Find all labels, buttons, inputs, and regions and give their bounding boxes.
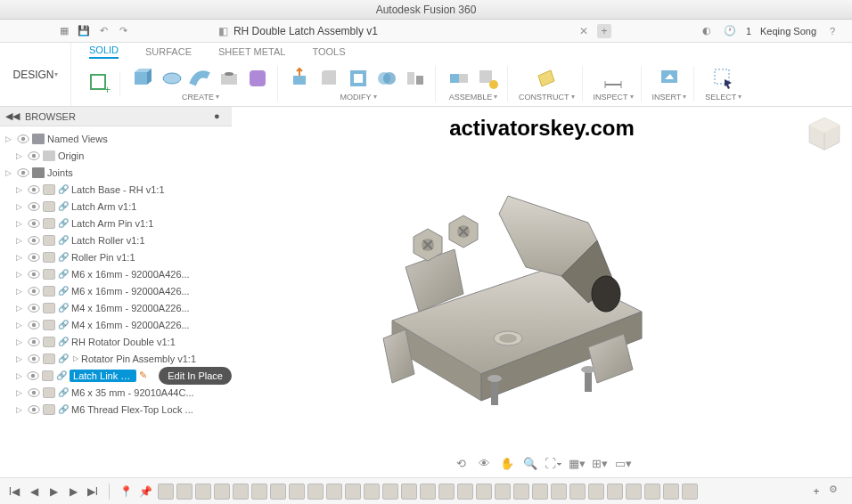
assemble-label[interactable]: ASSEMBLE▾: [449, 93, 498, 102]
look-icon[interactable]: 👁: [475, 454, 493, 472]
tree-item[interactable]: ▷🔗Latch Arm Pin v1:1: [0, 215, 232, 232]
timeline-feature[interactable]: [233, 484, 249, 500]
fillet-icon[interactable]: [317, 66, 342, 91]
tree-item[interactable]: ▷🔗RH Rotator Double v1:1: [0, 333, 232, 350]
timeline-play-icon[interactable]: ▶: [46, 484, 61, 499]
document-tab[interactable]: ◧ RH Double Latch Assembly v1 ✕ +: [130, 24, 700, 38]
visibility-icon[interactable]: [28, 269, 40, 280]
timeline-feature[interactable]: [401, 484, 417, 500]
insert-icon[interactable]: [657, 66, 682, 91]
tree-item[interactable]: ▷Origin: [0, 147, 232, 164]
tree-item[interactable]: ▷🔗M6 x 16mm - 92000A426...: [0, 282, 232, 299]
timeline-end-icon[interactable]: ▶I: [86, 484, 100, 499]
timeline-feature[interactable]: [532, 484, 548, 500]
tree-item[interactable]: ▷🔗M6 Thread Flex-Top Lock ...: [0, 401, 232, 418]
expand-icon[interactable]: ▷: [16, 321, 25, 329]
expand-icon[interactable]: ▷: [16, 371, 24, 380]
zoom-icon[interactable]: 🔍: [521, 454, 539, 472]
viewcube[interactable]: [806, 114, 843, 151]
pan-icon[interactable]: ✋: [498, 454, 516, 472]
timeline-feature[interactable]: [251, 484, 267, 500]
tree-item[interactable]: ▷Named Views: [0, 130, 232, 147]
measure-icon[interactable]: [601, 66, 626, 91]
sweep-icon[interactable]: [188, 66, 213, 91]
timeline-feature[interactable]: [663, 484, 679, 500]
timeline-feature[interactable]: [195, 484, 211, 500]
timeline-feature[interactable]: [158, 484, 174, 500]
user-name[interactable]: Keqing Song: [760, 26, 816, 37]
visibility-icon[interactable]: [28, 150, 40, 161]
tree-item[interactable]: ▷🔗Latch Roller v1:1: [0, 232, 232, 248]
expand-icon[interactable]: ▷: [16, 219, 25, 228]
timeline-feature[interactable]: [270, 484, 286, 500]
grid-icon[interactable]: ⊞▾: [591, 454, 609, 472]
timeline-marker-icon[interactable]: 📍: [119, 484, 133, 499]
tree-item[interactable]: ▷Joints: [0, 164, 232, 181]
visibility-icon[interactable]: [28, 235, 40, 246]
combine-icon[interactable]: [374, 66, 399, 91]
create-label[interactable]: CREATE▾: [182, 93, 219, 102]
inspect-label[interactable]: INSPECT▾: [594, 93, 634, 102]
close-tab-icon[interactable]: ✕: [579, 25, 592, 37]
timeline-feature[interactable]: [607, 484, 623, 500]
expand-icon[interactable]: ▷: [16, 270, 25, 279]
expand-icon[interactable]: ▷: [16, 202, 25, 211]
expand-icon[interactable]: ▷: [5, 134, 14, 143]
tab-solid[interactable]: SOLID: [89, 45, 119, 59]
timeline-feature[interactable]: [682, 484, 698, 500]
fit-icon[interactable]: ⛶▾: [545, 454, 562, 472]
expand-icon[interactable]: ▷: [16, 253, 25, 262]
help-icon[interactable]: ?: [825, 24, 840, 38]
expand-icon[interactable]: ▷: [16, 304, 25, 313]
tree-item[interactable]: ▷🔗M4 x 16mm - 92000A226...: [0, 316, 232, 333]
timeline-feature[interactable]: [176, 484, 193, 500]
tab-tools[interactable]: TOOLS: [312, 46, 345, 57]
tree-item[interactable]: ▷🔗M6 x 35 mm - 92010A44C...: [0, 384, 232, 401]
edit-pencil-icon[interactable]: ✎: [139, 370, 151, 382]
visibility-icon[interactable]: [28, 303, 40, 313]
visibility-icon[interactable]: [28, 218, 40, 229]
timeline-feature[interactable]: [513, 484, 529, 500]
visibility-icon[interactable]: [17, 167, 29, 178]
visibility-icon[interactable]: [28, 337, 40, 347]
visibility-icon[interactable]: [28, 201, 40, 212]
collapse-browser-icon[interactable]: ◀◀: [5, 110, 20, 122]
timeline-feature[interactable]: [345, 484, 361, 500]
timeline-expand-icon[interactable]: +: [809, 484, 823, 499]
timeline-settings-icon[interactable]: ⚙: [829, 484, 845, 500]
select-icon[interactable]: [711, 66, 736, 91]
visibility-icon[interactable]: [28, 404, 40, 415]
hole-icon[interactable]: [217, 66, 242, 91]
expand-icon[interactable]: ▷: [16, 236, 25, 245]
timeline-pin-icon[interactable]: 📌: [138, 484, 152, 499]
job-status-icon[interactable]: 🕐: [723, 24, 737, 38]
timeline-feature[interactable]: [289, 484, 305, 500]
plane-icon[interactable]: [534, 66, 559, 91]
construct-label[interactable]: CONSTRUCT▾: [519, 93, 575, 102]
expand-icon[interactable]: ▷: [16, 388, 25, 397]
expand-icon[interactable]: ▷: [16, 354, 25, 363]
visibility-icon[interactable]: [28, 354, 40, 364]
shell-icon[interactable]: [346, 66, 371, 91]
display-icon[interactable]: ▦▾: [568, 454, 586, 472]
timeline-feature[interactable]: [364, 484, 380, 500]
viewport-3d[interactable]: activatorskey.com: [232, 107, 852, 477]
timeline-feature[interactable]: [326, 484, 342, 500]
joint-icon[interactable]: [446, 66, 471, 91]
tab-surface[interactable]: SURFACE: [145, 46, 192, 57]
timeline-feature[interactable]: [569, 484, 586, 500]
timeline-feature[interactable]: [588, 484, 604, 500]
tree-item[interactable]: ▷🔗Roller Pin v1:1: [0, 248, 232, 265]
expand-icon[interactable]: ▷: [16, 405, 25, 414]
visibility-icon[interactable]: [28, 387, 40, 398]
timeline-feature[interactable]: [438, 484, 455, 500]
visibility-icon[interactable]: [28, 286, 40, 297]
select-label[interactable]: SELECT▾: [705, 93, 741, 102]
browser-settings-icon[interactable]: ●: [214, 110, 226, 123]
tree-item[interactable]: ▷🔗▷Rotator Pin Assembly v1:1: [0, 350, 232, 367]
visibility-icon[interactable]: [27, 370, 39, 381]
tab-sheet-metal[interactable]: SHEET METAL: [218, 46, 285, 57]
timeline-feature[interactable]: [420, 484, 436, 500]
extensions-icon[interactable]: ◐: [700, 24, 714, 38]
insert-label[interactable]: INSERT▾: [652, 93, 687, 102]
